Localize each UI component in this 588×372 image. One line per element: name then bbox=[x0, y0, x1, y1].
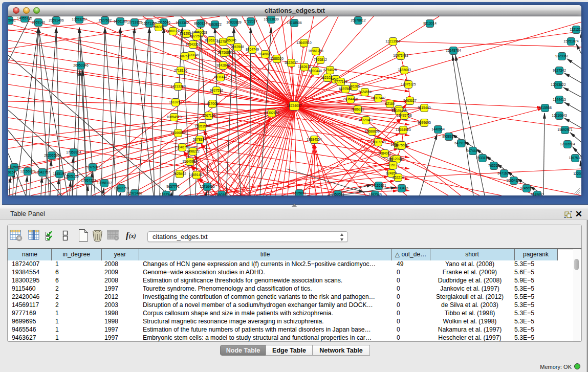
svg-text:13495758: 13495758 bbox=[397, 114, 412, 117]
svg-text:20206536: 20206536 bbox=[44, 154, 59, 157]
svg-text:9827503: 9827503 bbox=[190, 34, 203, 38]
svg-text:1167533: 1167533 bbox=[569, 156, 581, 160]
svg-text:14691447: 14691447 bbox=[189, 173, 204, 177]
svg-text:8938923: 8938923 bbox=[442, 135, 455, 138]
svg-text:21364436: 21364436 bbox=[343, 97, 358, 101]
svg-text:9474444: 9474444 bbox=[466, 149, 480, 152]
svg-text:9146821: 9146821 bbox=[258, 52, 272, 56]
svg-text:8454749: 8454749 bbox=[246, 48, 259, 51]
svg-text:39154: 39154 bbox=[8, 170, 15, 174]
svg-text:9657771: 9657771 bbox=[166, 185, 180, 188]
svg-text:1610753: 1610753 bbox=[169, 100, 182, 104]
svg-text:10653267: 10653267 bbox=[72, 17, 87, 21]
svg-text:9699695: 9699695 bbox=[418, 121, 431, 124]
svg-text:6990448: 6990448 bbox=[309, 69, 322, 73]
svg-text:1121312: 1121312 bbox=[570, 28, 581, 31]
svg-text:6479197: 6479197 bbox=[454, 141, 468, 145]
svg-text:7663822: 7663822 bbox=[208, 23, 222, 26]
svg-text:766382: 766382 bbox=[153, 25, 164, 29]
svg-text:12093822: 12093822 bbox=[551, 83, 566, 86]
svg-text:6497568: 6497568 bbox=[339, 87, 352, 91]
svg-text:16120746: 16120746 bbox=[389, 157, 404, 161]
svg-text:7485003: 7485003 bbox=[398, 68, 411, 72]
svg-text:1075692: 1075692 bbox=[395, 143, 408, 147]
svg-text:2069140: 2069140 bbox=[32, 20, 45, 24]
svg-text:98761: 98761 bbox=[180, 54, 190, 58]
svg-text:2967608: 2967608 bbox=[231, 45, 244, 49]
svg-text:9084067: 9084067 bbox=[378, 151, 391, 155]
svg-text:12923448: 12923448 bbox=[127, 191, 142, 195]
svg-text:3215958: 3215958 bbox=[538, 106, 552, 110]
svg-text:12505135: 12505135 bbox=[63, 174, 79, 178]
svg-text:10046788: 10046788 bbox=[175, 145, 190, 149]
svg-text:19218506: 19218506 bbox=[287, 21, 302, 25]
svg-text:165346: 165346 bbox=[225, 38, 236, 42]
svg-text:15640994: 15640994 bbox=[182, 160, 198, 163]
svg-text:7625402: 7625402 bbox=[173, 172, 186, 176]
svg-text:2933114: 2933114 bbox=[476, 156, 489, 160]
svg-text:13640910: 13640910 bbox=[296, 41, 312, 45]
svg-text:9427552: 9427552 bbox=[210, 89, 223, 92]
svg-text:19384554: 19384554 bbox=[307, 138, 322, 141]
svg-text:9463627: 9463627 bbox=[403, 99, 417, 102]
svg-text:14055712: 14055712 bbox=[17, 16, 32, 20]
svg-text:417006: 417006 bbox=[207, 102, 218, 105]
svg-text:9777169: 9777169 bbox=[334, 80, 347, 83]
svg-text:14136141: 14136141 bbox=[371, 184, 386, 187]
svg-text:1835061: 1835061 bbox=[8, 165, 21, 169]
svg-text:1220146: 1220146 bbox=[573, 172, 581, 176]
svg-text:1440954: 1440954 bbox=[431, 127, 445, 131]
svg-text:15353594: 15353594 bbox=[194, 124, 210, 128]
svg-text:5875685: 5875685 bbox=[217, 51, 231, 54]
svg-text:1653362: 1653362 bbox=[176, 21, 189, 25]
svg-text:16033839: 16033839 bbox=[226, 20, 242, 24]
svg-text:10973493: 10973493 bbox=[393, 54, 408, 57]
svg-text:2718126: 2718126 bbox=[174, 69, 187, 72]
svg-text:8471636: 8471636 bbox=[497, 171, 511, 175]
svg-text:26978612: 26978612 bbox=[351, 18, 366, 22]
svg-text:6466160: 6466160 bbox=[114, 19, 127, 23]
svg-text:15716485: 15716485 bbox=[200, 185, 215, 188]
svg-text:5822037: 5822037 bbox=[285, 61, 298, 64]
svg-text:8660124: 8660124 bbox=[166, 29, 180, 33]
svg-text:5878334: 5878334 bbox=[193, 138, 206, 141]
svg-text:10654122: 10654122 bbox=[506, 179, 521, 182]
svg-text:7955812: 7955812 bbox=[314, 58, 327, 61]
svg-text:15692971: 15692971 bbox=[557, 128, 573, 132]
svg-text:16961758: 16961758 bbox=[308, 49, 323, 53]
svg-text:9245052: 9245052 bbox=[531, 193, 544, 195]
svg-text:9227342: 9227342 bbox=[553, 69, 566, 72]
svg-text:9245652: 9245652 bbox=[520, 186, 533, 190]
svg-text:15720407: 15720407 bbox=[358, 118, 374, 122]
svg-text:12156829: 12156829 bbox=[20, 169, 35, 173]
svg-text:763261: 763261 bbox=[488, 164, 499, 167]
svg-text:10958107: 10958107 bbox=[97, 181, 112, 185]
svg-text:18724007: 18724007 bbox=[287, 104, 302, 107]
svg-text:8660124: 8660124 bbox=[194, 21, 207, 25]
svg-text:3267110: 3267110 bbox=[202, 114, 215, 117]
svg-text:16148784: 16148784 bbox=[446, 49, 461, 52]
svg-text:1595801: 1595801 bbox=[293, 191, 306, 195]
svg-text:17359924: 17359924 bbox=[66, 150, 81, 154]
svg-text:20691406: 20691406 bbox=[49, 18, 64, 22]
svg-text:1292344: 1292344 bbox=[160, 193, 173, 195]
svg-text:7986322: 7986322 bbox=[351, 107, 364, 111]
svg-text:16210643: 16210643 bbox=[552, 114, 567, 117]
svg-text:6794028: 6794028 bbox=[323, 68, 337, 72]
svg-text:12213369: 12213369 bbox=[170, 84, 186, 88]
svg-text:1362615: 1362615 bbox=[298, 65, 311, 69]
svg-text:12975125: 12975125 bbox=[401, 82, 416, 86]
svg-text:9115460: 9115460 bbox=[418, 106, 431, 110]
svg-text:62160: 62160 bbox=[385, 102, 395, 105]
svg-text:3624554: 3624554 bbox=[358, 90, 372, 94]
svg-text:16033839: 16033839 bbox=[264, 17, 279, 21]
svg-text:17654923: 17654923 bbox=[396, 128, 411, 132]
svg-text:1059581: 1059581 bbox=[331, 192, 344, 195]
svg-text:10688609: 10688609 bbox=[364, 129, 380, 133]
svg-text:9329961: 9329961 bbox=[555, 54, 569, 58]
svg-text:12942757: 12942757 bbox=[35, 170, 50, 174]
svg-text:10719155: 10719155 bbox=[127, 20, 142, 24]
svg-text:19166852: 19166852 bbox=[170, 131, 186, 135]
svg-text:1733426: 1733426 bbox=[395, 186, 408, 190]
svg-text:8813014: 8813014 bbox=[423, 21, 437, 25]
